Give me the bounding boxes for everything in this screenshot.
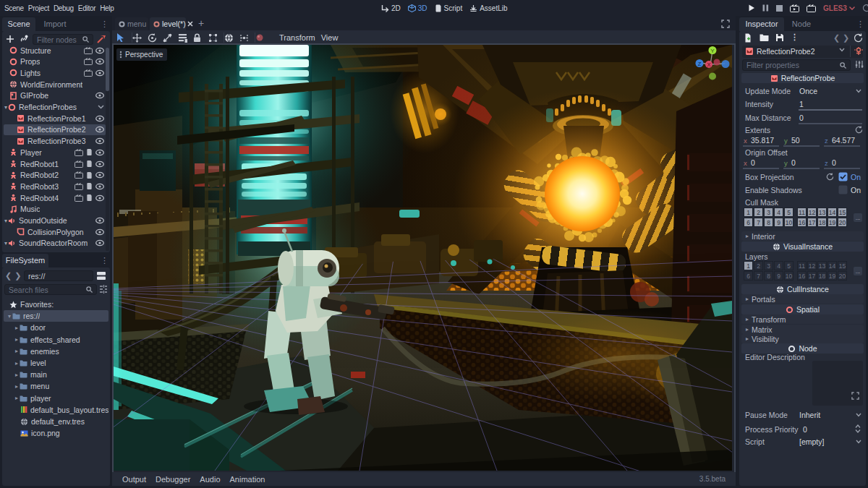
svg-text:X: X [707,61,710,68]
svg-text:Y: Y [710,48,714,54]
svg-text:Perspective: Perspective [125,51,163,59]
svg-text:Z: Z [698,61,702,67]
